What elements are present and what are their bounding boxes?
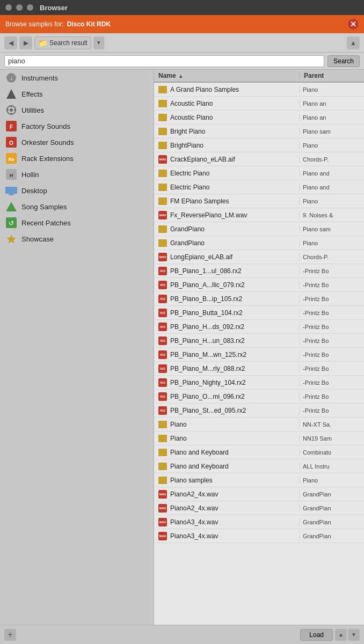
sidebar-item-instruments[interactable]: ♩ Instruments — [0, 70, 154, 86]
sidebar-item-song-samples[interactable]: Song Samples — [0, 199, 154, 215]
window-control[interactable] — [5, 4, 12, 11]
file-name: WAV Fx_ReversePiano_LM.wav — [154, 211, 300, 219]
desktop-icon — [5, 185, 17, 196]
sidebar-item-factory-sounds[interactable]: F Factory Sounds — [0, 118, 154, 134]
folder-icon — [158, 225, 167, 233]
sidebar-item-desktop[interactable]: Desktop — [0, 182, 154, 199]
table-row[interactable]: RX2 PB_Piano_Nighty_104.rx2 -Printz Bo — [154, 376, 364, 390]
sidebar-item-recent-patches[interactable]: ↺ Recent Patches — [0, 215, 154, 231]
table-row[interactable]: Bright Piano Piano sam — [154, 125, 364, 138]
folder-icon — [158, 114, 167, 121]
file-name: Piano — [154, 435, 300, 442]
file-parent: GrandPian — [300, 519, 364, 525]
file-parent: -Printz Bo — [300, 365, 364, 372]
forward-button[interactable]: ▶ — [19, 36, 32, 49]
window-control[interactable] — [27, 4, 33, 11]
table-row[interactable]: RX2 PB_Piano_M...wn_125.rx2 -Printz Bo — [154, 348, 364, 362]
table-row[interactable]: GrandPiano Piano sam — [154, 222, 364, 236]
table-row[interactable]: WAV Fx_ReversePiano_LM.wav 9. Noises & — [154, 208, 364, 222]
folder-icon — [158, 142, 167, 149]
file-name: RX2 PB_Piano_M...rly_088.rx2 — [154, 364, 300, 373]
table-row[interactable]: RX2 PB_Piano_O...mi_096.rx2 -Printz Bo — [154, 390, 364, 404]
folder-icon — [158, 128, 167, 135]
search-input[interactable] — [4, 55, 324, 67]
file-name: BrightPiano — [154, 142, 300, 149]
file-name: Piano and Keyboard — [154, 463, 300, 470]
file-parent: -Printz Bo — [300, 393, 364, 400]
svg-point-4 — [10, 108, 13, 112]
folder-dropdown[interactable]: ▼ — [93, 36, 104, 49]
table-row[interactable]: Electric Piano Piano and — [154, 180, 364, 194]
table-row[interactable]: Piano NN-XT Sa. — [154, 418, 364, 431]
table-row[interactable]: Piano and Keyboard Combinato — [154, 445, 364, 459]
file-parent: Piano and — [300, 184, 364, 191]
table-row[interactable]: RX2 PB_Piano_H...un_083.rx2 -Printz Bo — [154, 334, 364, 348]
bottom-bar: + Load ▲ ▼ — [0, 625, 364, 644]
sidebar-item-rack-extensions[interactable]: Re Rack Extensions — [0, 150, 154, 166]
table-row[interactable]: RX2 PB_Piano_H...ds_092.rx2 -Printz Bo — [154, 320, 364, 334]
back-button[interactable]: ◀ — [4, 36, 17, 49]
table-row[interactable]: A Grand Piano Samples Piano — [154, 83, 364, 97]
file-name: RX2 PB_Piano_O...mi_096.rx2 — [154, 392, 300, 401]
sidebar-item-orkester-sounds[interactable]: O Orkester Sounds — [0, 134, 154, 150]
table-row[interactable]: Acoustic Piano Piano an — [154, 111, 364, 125]
sidebar-label-factory: Factory Sounds — [21, 122, 70, 130]
file-list[interactable]: Name ▲ Parent A Grand Piano Samples Pian… — [154, 70, 364, 625]
table-row[interactable]: WAV LongEpiano_eLAB.aif Chords-P. — [154, 250, 364, 264]
svg-rect-17 — [5, 187, 17, 194]
table-row[interactable]: WAV CrackEpiano_eLAB.aif Chords-P. — [154, 152, 364, 166]
table-row[interactable]: RX2 PB_Piano_M...rly_088.rx2 -Printz Bo — [154, 362, 364, 376]
table-row[interactable]: WAV PianoA3_4x.wav GrandPian — [154, 515, 364, 529]
file-parent: -Printz Bo — [300, 324, 364, 330]
file-parent: -Printz Bo — [300, 352, 364, 358]
up-button[interactable]: ▲ — [335, 629, 347, 641]
down-button[interactable]: ▼ — [348, 629, 360, 641]
file-name: GrandPiano — [154, 239, 300, 247]
table-row[interactable]: Electric Piano Piano and — [154, 166, 364, 180]
table-row[interactable]: RX2 PB_Piano_St...ed_095.rx2 -Printz Bo — [154, 404, 364, 418]
table-row[interactable]: Acoustic Piano Piano an — [154, 97, 364, 111]
file-parent: -Printz Bo — [300, 282, 364, 288]
sidebar-item-hollin[interactable]: H Hollin — [0, 166, 154, 182]
table-row[interactable]: RX2 PB_Piano_Butta_104.rx2 -Printz Bo — [154, 306, 364, 320]
file-name: WAV CrackEpiano_eLAB.aif — [154, 155, 300, 164]
audio-icon: WAV — [158, 518, 167, 526]
file-parent: -Printz Bo — [300, 268, 364, 274]
recent-icon: ↺ — [6, 217, 17, 228]
file-parent: Piano and — [300, 170, 364, 177]
folder-label: Search result — [49, 39, 88, 47]
file-name: WAV PianoA2_4x.wav — [154, 504, 300, 513]
window-control[interactable] — [16, 4, 23, 11]
audio-icon: WAV — [158, 532, 167, 540]
load-button[interactable]: Load — [300, 629, 333, 641]
table-row[interactable]: RX2 PB_Piano_1...ul_086.rx2 -Printz Bo — [154, 264, 364, 278]
sidebar-item-showcase[interactable]: Showcase — [0, 231, 154, 247]
folder-icon — [158, 197, 167, 205]
table-row[interactable]: RX2 PB_Piano_A...llic_079.rx2 -Printz Bo — [154, 278, 364, 292]
table-row[interactable]: Piano NN19 Sam — [154, 431, 364, 445]
close-button[interactable]: ✕ — [348, 19, 359, 30]
table-row[interactable]: GrandPiano Piano — [154, 236, 364, 250]
sidebar-label-recent: Recent Patches — [21, 219, 71, 227]
add-button[interactable]: + — [4, 629, 16, 641]
table-row[interactable]: Piano and Keyboard ALL Instru — [154, 459, 364, 473]
svg-text:Re: Re — [8, 157, 14, 162]
file-parent: Piano — [300, 240, 364, 246]
file-name: RX2 PB_Piano_St...ed_095.rx2 — [154, 406, 300, 415]
table-row[interactable]: RX2 PB_Piano_B...ip_105.rx2 -Printz Bo — [154, 292, 364, 306]
file-name: WAV PianoA3_4x.wav — [154, 532, 300, 540]
nav-up-button[interactable]: ▲ — [347, 36, 360, 49]
file-name: RX2 PB_Piano_Nighty_104.rx2 — [154, 378, 300, 387]
table-row[interactable]: WAV PianoA3_4x.wav GrandPian — [154, 529, 364, 543]
table-row[interactable]: BrightPiano Piano — [154, 138, 364, 152]
rx2-icon: RX2 — [158, 323, 167, 331]
table-row[interactable]: WAV PianoA2_4x.wav GrandPian — [154, 501, 364, 515]
table-row[interactable]: FM EPiano Samples Piano — [154, 194, 364, 208]
table-row[interactable]: WAV PianoA2_4x.wav GrandPian — [154, 487, 364, 501]
sidebar-label-hollin: Hollin — [21, 171, 39, 179]
table-row[interactable]: Piano samples Piano — [154, 473, 364, 487]
sidebar-item-utilities[interactable]: Utilities — [0, 102, 154, 118]
sidebar-item-effects[interactable]: Effects — [0, 86, 154, 102]
file-name: Bright Piano — [154, 128, 300, 135]
search-button[interactable]: Search — [327, 55, 360, 67]
